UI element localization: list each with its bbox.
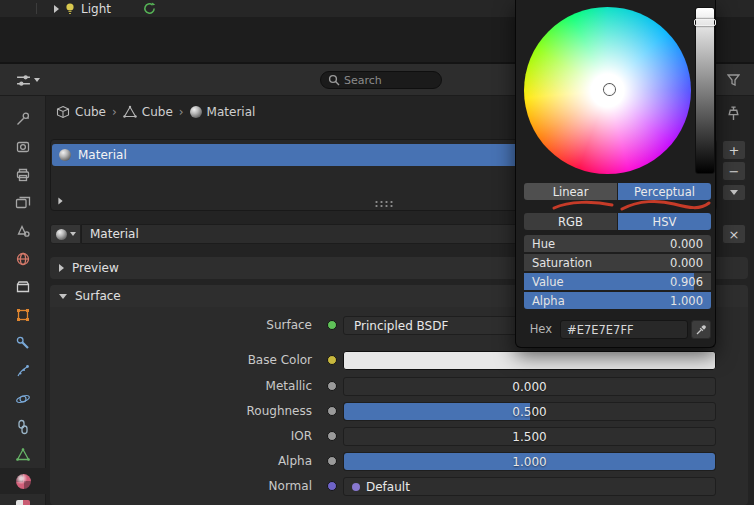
render-icon	[15, 139, 31, 155]
collection-box-icon	[15, 279, 31, 295]
slider-value: 1.000	[670, 294, 703, 308]
alpha-slider[interactable]: 1.000	[343, 452, 716, 471]
chevron-down-icon	[730, 190, 738, 195]
tool-icon	[15, 111, 31, 127]
breadcrumb: Cube › Cube › Material	[56, 103, 255, 121]
button-label: Perceptual	[634, 185, 695, 199]
panel-collapsed-arrow-icon	[59, 264, 64, 272]
normal-dot-icon	[352, 483, 360, 491]
rgb-button[interactable]: RGB	[524, 213, 617, 230]
color-wheel-cursor[interactable]	[604, 84, 615, 95]
alpha-slider[interactable]: Alpha 1.000	[524, 292, 711, 309]
value-slider-vertical[interactable]	[695, 7, 715, 174]
normal-dropdown[interactable]: Default	[343, 477, 716, 496]
property-row-base-color: Base Color	[0, 351, 754, 370]
slider-label: Hue	[532, 237, 555, 251]
value-slider-handle[interactable]	[694, 19, 716, 26]
slider-value: 0.000	[344, 380, 715, 394]
add-slot-button[interactable]: +	[722, 140, 746, 160]
property-label: Normal	[50, 479, 312, 493]
remove-slot-button[interactable]: −	[722, 161, 746, 181]
base-color-swatch[interactable]	[343, 351, 716, 370]
breadcrumb-material[interactable]: Material	[190, 105, 256, 119]
tab-view-layer[interactable]	[0, 190, 46, 216]
breadcrumb-separator: ›	[179, 105, 184, 119]
dropdown-value: Principled BSDF	[354, 319, 448, 333]
hex-label: Hex	[522, 322, 552, 336]
tab-output[interactable]	[0, 162, 46, 188]
property-row-ior: IOR 1.500	[0, 427, 754, 446]
scene-icon	[15, 223, 31, 239]
color-socket-icon	[327, 355, 337, 365]
cube-icon	[56, 105, 70, 119]
slider-value: 0.000	[670, 237, 703, 251]
roughness-slider[interactable]: 0.500	[343, 402, 716, 421]
button-label: RGB	[558, 215, 583, 229]
plus-icon: +	[729, 144, 740, 157]
tab-collection[interactable]	[0, 274, 46, 300]
slider-value: 1.000	[344, 455, 715, 469]
material-ball-icon	[190, 106, 202, 118]
search-box[interactable]	[320, 71, 442, 89]
chevron-down-icon	[70, 232, 76, 236]
hex-input[interactable]	[560, 320, 688, 339]
perceptual-button[interactable]: Perceptual	[618, 183, 711, 200]
property-row-alpha: Alpha 1.000	[0, 452, 754, 471]
browse-material-button[interactable]	[50, 224, 81, 244]
slider-value: 0.000	[670, 256, 703, 270]
outliner-light-label: Light	[81, 2, 111, 16]
panel-expanded-arrow-icon	[59, 294, 67, 299]
button-label: HSV	[653, 215, 677, 229]
slider-value: 0.500	[344, 405, 715, 419]
shader-socket-icon	[327, 320, 337, 330]
outliner-divider	[36, 3, 37, 14]
property-row-metallic: Metallic 0.000	[0, 377, 754, 396]
slot-specials-button[interactable]	[722, 184, 746, 201]
search-icon	[328, 74, 340, 86]
view-layer-icon	[15, 195, 31, 211]
properties-editor-icon	[16, 73, 31, 88]
light-bulb-icon	[64, 2, 76, 16]
metallic-slider[interactable]: 0.000	[343, 377, 716, 396]
search-input[interactable]	[344, 74, 430, 87]
blender-window: Light	[0, 0, 754, 505]
editor-type-button[interactable]	[14, 70, 52, 90]
property-label: Roughness	[50, 404, 312, 418]
breadcrumb-label: Cube	[142, 105, 173, 119]
hsv-button[interactable]: HSV	[618, 213, 711, 230]
property-label: IOR	[50, 429, 312, 443]
slider-value: 0.906	[670, 275, 703, 289]
list-filter-expand-icon[interactable]	[58, 198, 62, 205]
minus-icon: −	[729, 165, 740, 178]
dropdown-value: Default	[366, 480, 410, 494]
tab-world[interactable]	[0, 246, 46, 272]
property-row-normal: Normal Default	[0, 477, 754, 496]
property-row-roughness: Roughness 0.500	[0, 402, 754, 421]
refresh-icon[interactable]	[143, 2, 156, 15]
ior-number-field[interactable]: 1.500	[343, 427, 716, 446]
panel-title: Preview	[72, 261, 119, 275]
value-socket-icon	[327, 456, 337, 466]
breadcrumb-mesh[interactable]: Cube	[123, 105, 173, 119]
value-slider[interactable]: Value 0.906	[524, 273, 711, 290]
chevron-down-icon	[34, 78, 40, 82]
filter-funnel-icon[interactable]	[727, 74, 740, 86]
saturation-slider[interactable]: Saturation 0.000	[524, 254, 711, 271]
tab-render[interactable]	[0, 134, 46, 160]
expand-arrow-icon[interactable]	[54, 5, 59, 13]
eyedropper-button[interactable]	[691, 320, 711, 339]
tab-tool[interactable]	[0, 106, 46, 132]
linear-button[interactable]: Linear	[524, 183, 617, 200]
color-picker-popup: Linear Perceptual RGB HSV Hue 0.000 Satu…	[515, 0, 716, 348]
hue-slider[interactable]: Hue 0.000	[524, 235, 711, 252]
breadcrumb-object[interactable]: Cube	[56, 105, 106, 119]
field-value: 1.500	[344, 430, 715, 444]
pin-icon[interactable]	[727, 106, 740, 121]
outliner-item-light[interactable]: Light	[54, 0, 111, 17]
unlink-material-button[interactable]: ×	[722, 224, 746, 244]
modifier-wrench-icon	[15, 335, 31, 351]
property-label: Metallic	[50, 379, 312, 393]
slot-name: Material	[78, 148, 127, 162]
list-resize-grip[interactable]	[374, 200, 394, 207]
tab-scene[interactable]	[0, 218, 46, 244]
